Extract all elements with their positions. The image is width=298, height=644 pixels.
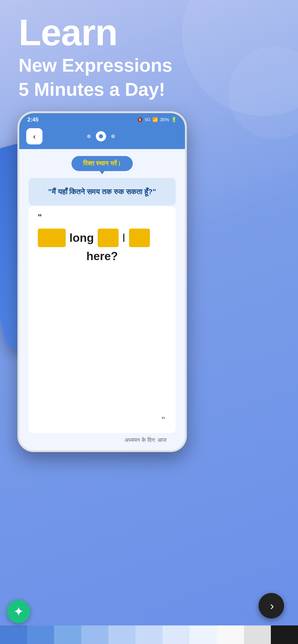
next-arrow-icon: › [270,599,274,612]
phone-screen: 2:45 🔇 5G 📶 35% 🔋 ‹ रिक्त स्थान भरें। [19,113,185,450]
strip-6 [136,626,163,644]
progress-dot-1 [87,134,91,138]
word-separator: I [122,231,126,244]
hero-learn-title: Learn [19,14,172,51]
progress-dot-3 [111,134,115,138]
strip-2 [27,626,54,644]
content-area: रिक्त स्थान भरें। "मैं यहाँ कितने समय तक… [19,149,185,450]
word-long: long [69,231,94,244]
strip-1 [0,626,27,644]
quote-close: " [161,415,165,425]
strip-11 [271,626,298,644]
bottom-strips [0,626,298,644]
study-date-label: अध्ययन के दिन: आज [125,437,176,443]
battery-icon: 🔋 [171,117,177,122]
signal-icon: 📶 [152,117,158,122]
chatgpt-logo: ✦ [13,604,24,619]
status-time: 2:45 [27,116,39,123]
word-blank-1[interactable] [38,228,66,247]
status-bar: 2:45 🔇 5G 📶 35% 🔋 [19,113,185,125]
word-blank-2[interactable] [98,228,119,247]
hero-subtitle-line2: 5 Minutes a Day! [19,79,165,100]
hero-section: Learn New Expressions 5 Minutes a Day! [19,14,172,102]
fill-blank-bubble: रिक्त स्थान भरें। [72,156,133,171]
answer-words-row2: here? [38,250,166,263]
strip-10 [244,626,271,644]
main-phone: 2:45 🔇 5G 📶 35% 🔋 ‹ रिक्त स्थान भरें। [18,111,187,452]
next-button[interactable]: › [258,593,284,618]
sentence-card: "मैं यहाँ कितने समय तक रुक सकता हूँ?" [29,178,176,206]
network-label: 5G [145,117,150,122]
answer-card: " long I here? " [29,206,176,433]
word-here: here? [86,250,118,263]
battery-label: 35% [160,117,169,122]
hero-subtitle-line1: New Expressions [19,55,172,76]
status-icons: 🔇 5G 📶 35% 🔋 [137,117,177,122]
chatgpt-icon[interactable]: ✦ [7,600,30,623]
answer-words-row1: long I [38,228,166,247]
progress-dot-2-active [96,131,106,142]
quote-open: " [38,213,166,222]
strip-5 [108,626,136,644]
progress-dots [87,131,115,142]
strip-8 [190,626,217,644]
hero-subtitle: New Expressions 5 Minutes a Day! [19,53,172,102]
strip-9 [217,626,244,644]
strip-4 [81,626,108,644]
app-bar: ‹ [19,125,185,149]
mute-icon: 🔇 [137,117,143,122]
back-button[interactable]: ‹ [26,128,43,144]
word-blank-3[interactable] [129,228,150,247]
hindi-sentence: "मैं यहाँ कितने समय तक रुक सकता हूँ?" [38,186,166,197]
strip-7 [162,626,190,644]
strip-3 [54,626,81,644]
